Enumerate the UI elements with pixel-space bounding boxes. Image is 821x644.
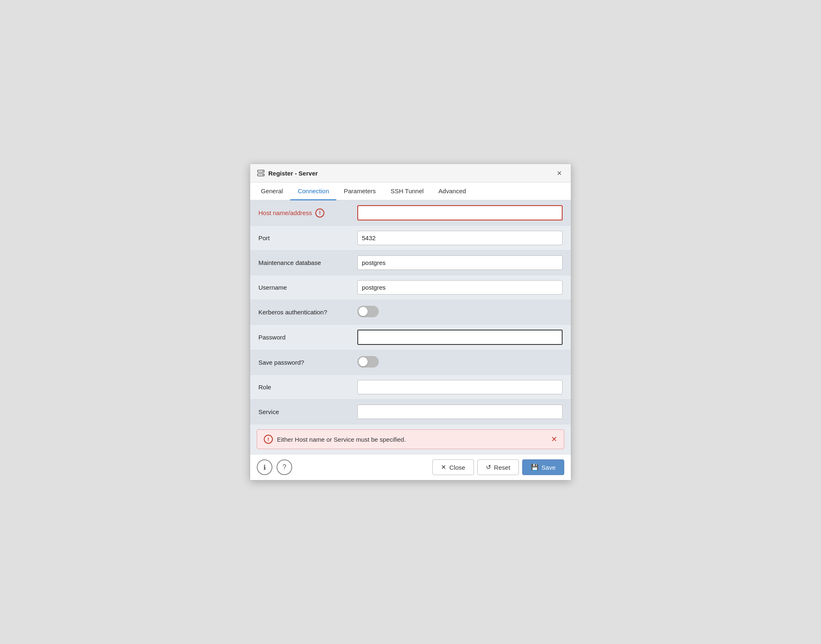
save-button[interactable]: 💾 Save xyxy=(522,459,564,475)
password-row: Password xyxy=(250,325,571,350)
dialog-close-button[interactable]: × xyxy=(554,168,564,178)
error-banner-close-button[interactable]: ✕ xyxy=(551,435,557,444)
kerberos-toggle[interactable] xyxy=(357,306,379,317)
port-row: Port xyxy=(250,226,571,251)
host-label: Host name/address ! xyxy=(258,208,357,218)
password-input[interactable] xyxy=(357,330,563,345)
role-label: Role xyxy=(258,384,357,391)
close-x-icon: ✕ xyxy=(441,464,446,471)
server-icon xyxy=(257,169,265,177)
tab-general[interactable]: General xyxy=(253,183,290,200)
username-label: Username xyxy=(258,284,357,291)
tab-ssh-tunnel[interactable]: SSH Tunnel xyxy=(383,183,431,200)
service-label: Service xyxy=(258,408,357,415)
save-password-control xyxy=(357,356,563,369)
reset-button[interactable]: ↺ Reset xyxy=(477,459,519,475)
role-control xyxy=(357,380,563,394)
port-label: Port xyxy=(258,234,357,241)
save-password-toggle[interactable] xyxy=(357,356,379,368)
kerberos-row: Kerberos authentication? xyxy=(250,300,571,325)
maintenance-db-row: Maintenance database xyxy=(250,251,571,275)
dialog-title: Register - Server xyxy=(268,170,318,177)
tab-advanced[interactable]: Advanced xyxy=(431,183,474,200)
footer: ℹ ? ✕ Close ↺ Reset 💾 Save xyxy=(250,454,571,480)
title-bar-left: Register - Server xyxy=(257,169,318,177)
svg-point-2 xyxy=(263,171,263,172)
host-required-icon: ! xyxy=(315,208,324,218)
register-server-dialog: Register - Server × General Connection P… xyxy=(250,164,571,480)
error-banner-left: ! Either Host name or Service must be sp… xyxy=(264,435,406,444)
host-control xyxy=(357,205,563,220)
service-control xyxy=(357,405,563,419)
maintenance-db-input[interactable] xyxy=(357,255,563,270)
title-bar: Register - Server × xyxy=(250,164,571,183)
tabs-bar: General Connection Parameters SSH Tunnel… xyxy=(250,183,571,200)
reset-icon: ↺ xyxy=(486,464,491,471)
kerberos-track xyxy=(357,306,379,317)
close-button[interactable]: ✕ Close xyxy=(432,459,474,475)
username-control xyxy=(357,280,563,295)
footer-right: ✕ Close ↺ Reset 💾 Save xyxy=(432,459,564,475)
kerberos-control xyxy=(357,306,563,318)
port-input[interactable] xyxy=(357,231,563,245)
save-icon: 💾 xyxy=(531,464,539,471)
service-row: Service xyxy=(250,400,571,424)
help-button[interactable]: ? xyxy=(277,459,292,475)
kerberos-label: Kerberos authentication? xyxy=(258,309,357,316)
maintenance-db-label: Maintenance database xyxy=(258,259,357,266)
error-banner-message: Either Host name or Service must be spec… xyxy=(277,436,406,443)
save-password-label: Save password? xyxy=(258,359,357,366)
tab-parameters[interactable]: Parameters xyxy=(336,183,383,200)
info-button[interactable]: ℹ xyxy=(257,459,272,475)
password-label: Password xyxy=(258,334,357,341)
error-banner-icon: ! xyxy=(264,435,273,444)
maintenance-db-control xyxy=(357,255,563,270)
port-control xyxy=(357,231,563,245)
host-input[interactable] xyxy=(357,205,563,220)
username-row: Username xyxy=(250,275,571,300)
info-icon: ℹ xyxy=(263,464,266,471)
svg-point-3 xyxy=(263,175,263,176)
service-input[interactable] xyxy=(357,405,563,419)
host-row: Host name/address ! xyxy=(250,200,571,226)
password-control xyxy=(357,330,563,345)
save-password-row: Save password? xyxy=(250,350,571,375)
username-input[interactable] xyxy=(357,280,563,295)
form-content: Host name/address ! Port Maintenance dat… xyxy=(250,200,571,454)
role-input[interactable] xyxy=(357,380,563,394)
error-banner: ! Either Host name or Service must be sp… xyxy=(257,429,564,449)
footer-left: ℹ ? xyxy=(257,459,292,475)
save-password-track xyxy=(357,356,379,368)
tab-connection[interactable]: Connection xyxy=(290,183,336,200)
role-row: Role xyxy=(250,375,571,400)
help-icon: ? xyxy=(283,464,286,471)
